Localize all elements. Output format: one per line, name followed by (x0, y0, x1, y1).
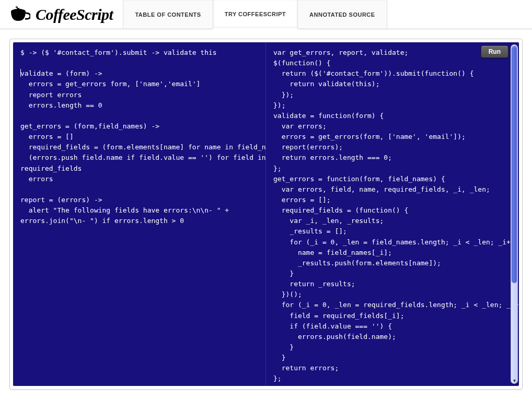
header: CoffeeScript TABLE OF CONTENTS TRY COFFE… (0, 0, 532, 29)
logo-area: CoffeeScript (0, 0, 123, 29)
scroll-down-icon[interactable]: ▾ (511, 377, 517, 383)
javascript-output: var get_errors, report, validate; $(func… (266, 42, 519, 386)
scrollbar-track[interactable]: ▾ (511, 44, 518, 384)
run-button[interactable]: Run (481, 45, 508, 58)
coffeescript-editor[interactable]: $ -> ($ '#contact_form').submit -> valid… (13, 42, 266, 386)
tab-try-coffeescript[interactable]: TRY COFFEESCRIPT (213, 0, 298, 29)
tab-table-of-contents[interactable]: TABLE OF CONTENTS (123, 0, 213, 29)
scrollbar-thumb[interactable] (512, 46, 517, 283)
code-panel: $ -> ($ '#contact_form').submit -> valid… (13, 42, 519, 386)
tabs: TABLE OF CONTENTS TRY COFFEESCRIPT ANNOT… (123, 0, 387, 29)
brand-name: CoffeeScript (36, 6, 113, 24)
editor-frame: $ -> ($ '#contact_form').submit -> valid… (9, 39, 523, 390)
tab-annotated-source[interactable]: ANNOTATED SOURCE (297, 0, 387, 29)
coffeescript-logo-icon (9, 6, 30, 23)
page-body: $ -> ($ '#contact_form').submit -> valid… (0, 29, 532, 399)
